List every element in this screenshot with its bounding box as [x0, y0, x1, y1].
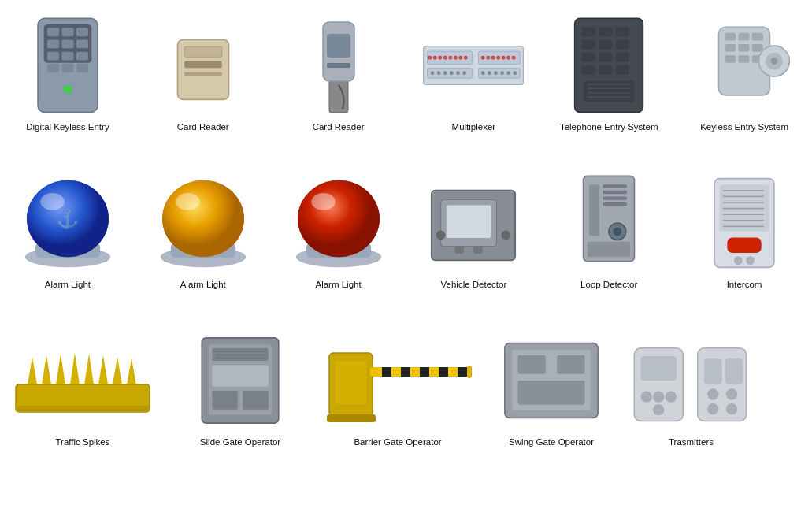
- row-1: Digital Keyless Entry Card Reader: [0, 0, 812, 142]
- svg-point-44: [443, 71, 447, 75]
- keyless-entry-system-label: Keyless Entry System: [700, 121, 788, 133]
- svg-rect-146: [212, 365, 269, 386]
- svg-point-50: [488, 71, 491, 75]
- svg-point-45: [450, 71, 454, 75]
- svg-rect-59: [582, 40, 595, 50]
- intercom-item[interactable]: Intercom: [677, 165, 812, 295]
- svg-rect-112: [603, 191, 627, 194]
- svg-rect-163: [517, 381, 584, 405]
- svg-rect-56: [582, 27, 595, 36]
- svg-marker-137: [113, 357, 122, 384]
- transmitters-item[interactable]: Trasmitters: [622, 323, 760, 453]
- svg-rect-77: [725, 44, 736, 52]
- svg-marker-132: [42, 355, 51, 384]
- barrier-gate-operator-label: Barrier Gate Operator: [354, 436, 441, 448]
- svg-rect-18: [184, 46, 222, 57]
- alarm-light-blue-item[interactable]: ⚓ Alarm Light: [0, 165, 135, 295]
- svg-rect-155: [439, 367, 448, 377]
- loop-detector-item[interactable]: Loop Detector: [541, 165, 677, 295]
- svg-rect-152: [382, 367, 391, 377]
- svg-rect-17: [184, 72, 222, 76]
- svg-rect-139: [16, 406, 150, 412]
- svg-point-31: [459, 56, 463, 60]
- svg-point-28: [443, 56, 447, 60]
- svg-point-51: [494, 71, 498, 75]
- card-reader-1-icon: [152, 14, 254, 117]
- svg-rect-64: [616, 53, 629, 62]
- svg-rect-61: [616, 40, 629, 50]
- alarm-light-red-item[interactable]: Alarm Light: [271, 165, 406, 295]
- swing-gate-operator-label: Swing Gate Operator: [509, 436, 594, 448]
- alarm-light-amber-label: Alarm Light: [180, 279, 226, 291]
- svg-rect-79: [752, 44, 763, 52]
- svg-point-173: [707, 388, 718, 399]
- svg-rect-111: [603, 184, 627, 188]
- svg-marker-134: [70, 353, 80, 384]
- svg-marker-138: [127, 358, 136, 384]
- svg-marker-135: [84, 354, 94, 384]
- svg-point-36: [491, 56, 495, 60]
- svg-marker-136: [98, 355, 108, 384]
- alarm-light-amber-item[interactable]: Alarm Light: [135, 165, 271, 295]
- svg-rect-8: [47, 52, 59, 61]
- svg-rect-104: [447, 205, 491, 237]
- telephone-entry-system-item[interactable]: Telephone Entry System: [541, 8, 677, 138]
- barrier-gate-operator-item[interactable]: Barrier Gate Operator: [315, 323, 480, 453]
- swing-gate-operator-item[interactable]: Swing Gate Operator: [480, 323, 622, 453]
- svg-rect-65: [582, 65, 595, 75]
- svg-rect-22: [327, 63, 350, 68]
- alarm-light-amber-icon: [152, 172, 254, 274]
- slide-gate-operator-label: Slide Gate Operator: [200, 436, 280, 448]
- svg-point-96: [176, 193, 199, 210]
- svg-marker-131: [28, 357, 37, 384]
- traffic-spikes-icon: [12, 329, 154, 432]
- alarm-light-blue-label: Alarm Light: [45, 279, 91, 291]
- svg-point-32: [464, 56, 468, 60]
- vehicle-detector-item[interactable]: Vehicle Detector: [406, 165, 541, 295]
- svg-point-116: [614, 227, 622, 236]
- alarm-light-red-label: Alarm Light: [315, 279, 361, 291]
- svg-rect-78: [738, 44, 749, 52]
- svg-marker-133: [56, 354, 65, 384]
- svg-point-34: [481, 56, 485, 60]
- svg-point-105: [436, 230, 446, 240]
- svg-point-43: [437, 71, 441, 75]
- svg-rect-127: [727, 237, 761, 253]
- svg-rect-3: [61, 28, 73, 36]
- alarm-light-blue-icon: ⚓: [17, 172, 119, 274]
- digital-keyless-entry-label: Digital Keyless Entry: [26, 121, 109, 133]
- card-reader-1-item[interactable]: Card Reader: [135, 8, 271, 138]
- svg-rect-117: [588, 242, 630, 258]
- slide-gate-operator-item[interactable]: Slide Gate Operator: [165, 323, 315, 453]
- svg-point-47: [463, 71, 467, 75]
- intercom-icon: [693, 172, 795, 274]
- svg-point-29: [449, 56, 453, 60]
- traffic-spikes-item[interactable]: Traffic Spikes: [0, 323, 165, 453]
- svg-rect-58: [616, 27, 629, 36]
- svg-rect-19: [329, 77, 348, 113]
- keyless-entry-system-item[interactable]: Keyless Entry System: [677, 8, 812, 138]
- svg-rect-7: [76, 40, 88, 49]
- svg-rect-10: [76, 52, 88, 61]
- svg-rect-153: [401, 367, 410, 377]
- svg-rect-114: [603, 202, 627, 206]
- svg-point-25: [428, 56, 432, 60]
- svg-point-54: [514, 71, 517, 75]
- svg-rect-63: [599, 53, 612, 62]
- svg-point-167: [653, 391, 664, 402]
- svg-point-27: [439, 56, 443, 60]
- svg-rect-156: [458, 367, 469, 377]
- digital-keyless-entry-item[interactable]: Digital Keyless Entry: [0, 8, 135, 138]
- svg-point-52: [501, 71, 505, 75]
- svg-rect-9: [61, 52, 73, 61]
- svg-point-95: [162, 180, 244, 258]
- svg-point-166: [641, 391, 652, 402]
- svg-point-176: [726, 403, 737, 414]
- card-reader-2-item[interactable]: Card Reader: [271, 8, 406, 138]
- svg-rect-148: [243, 391, 269, 410]
- loop-detector-icon: [558, 172, 660, 274]
- telephone-entry-system-label: Telephone Entry System: [560, 121, 658, 133]
- svg-point-37: [497, 56, 501, 60]
- multiplexer-item[interactable]: Multiplexer: [406, 8, 541, 138]
- svg-rect-4: [76, 28, 88, 36]
